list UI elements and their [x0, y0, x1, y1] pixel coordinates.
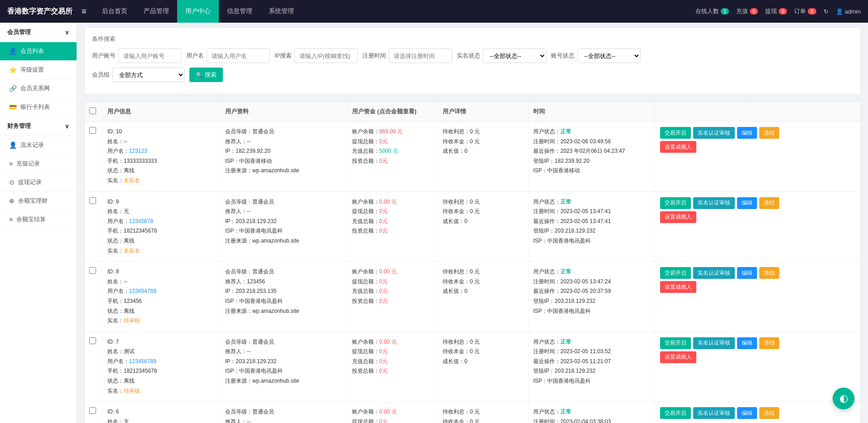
trade-open-button[interactable]: 交易开启: [660, 197, 691, 209]
member-group-select[interactable]: 全部方式: [112, 68, 185, 82]
real-name-review-button[interactable]: 实名认证审核: [693, 267, 735, 279]
edit-button[interactable]: 编辑: [737, 127, 757, 139]
real-name-review-button[interactable]: 实名认证审核: [693, 337, 735, 349]
table-row: ID: 6 姓名：无 用户名：123456 状态：离线 实名：未实名 会员等级：…: [85, 402, 860, 423]
time-cell: 用户状态：正常 注册时间：2023-02-05 13:47:41 最近操作：20…: [529, 192, 656, 262]
edit-button[interactable]: 编辑: [737, 267, 757, 279]
trade-open-button[interactable]: 交易开启: [660, 127, 691, 139]
trade-open-button[interactable]: 交易开启: [660, 267, 691, 279]
sidebar-item-yuebao-settlement[interactable]: ≡ 余额宝结算: [0, 210, 77, 229]
order-tool[interactable]: 订单 0: [794, 7, 816, 15]
search-panel: 条件搜索 用户账号 用户名 IP搜索 注册时间 实名状态 --全部状态--: [84, 27, 861, 94]
row-checkbox[interactable]: [89, 337, 96, 344]
refresh-tool[interactable]: ↻: [824, 8, 829, 15]
set-agent-button[interactable]: 设置成概人: [660, 351, 696, 363]
theme-toggle-button[interactable]: ◐: [833, 388, 854, 409]
set-agent-button[interactable]: 设置成概人: [660, 281, 696, 293]
account-status-field: 账号状态 --全部状态--: [551, 49, 641, 63]
username-link[interactable]: 123654789: [129, 288, 156, 294]
yuebao-settlement-icon: ≡: [9, 216, 13, 223]
user-data-cell: 会员等级：普通会员 推荐人：-- IP：203.218.129.232 ISP：…: [221, 332, 347, 402]
account-status-label: 账号状态: [551, 52, 574, 60]
sidebar-item-member-list[interactable]: 👤 会员列表: [0, 42, 77, 61]
row-checkbox[interactable]: [89, 197, 96, 204]
username-link[interactable]: 123123: [129, 148, 147, 154]
sidebar-item-flow-records[interactable]: 👤 流水记录: [0, 136, 77, 155]
online-users-tool[interactable]: 在线人数 1: [695, 7, 729, 15]
sidebar-item-yuebao-finance[interactable]: ⊕ 余额宝理财: [0, 192, 77, 210]
order-badge: 0: [808, 8, 816, 15]
chevron-down-icon: ∨: [65, 123, 69, 130]
freeze-button[interactable]: 冻结: [759, 407, 779, 419]
freeze-button[interactable]: 冻结: [759, 267, 779, 279]
withdraw-badge: 0: [779, 8, 787, 15]
real-name-review-button[interactable]: 实名认证审核: [693, 197, 735, 209]
real-name-review-button[interactable]: 实名认证审核: [693, 127, 735, 139]
time-cell: 用户状态：正常 注册时间：2023-02-05 11:03:52 最近操作：20…: [529, 332, 656, 402]
user-details-cell: 待收利息：0 元 待收本金：0 元 成长值：0: [438, 262, 529, 331]
sidebar-group-finance-management[interactable]: 财务管理 ∨: [0, 117, 77, 136]
row-checkbox[interactable]: [89, 267, 96, 274]
nav-product-management[interactable]: 产品管理: [135, 0, 177, 23]
sidebar-group-member-management[interactable]: 会员管理 ∨: [0, 23, 77, 42]
nav-system-management[interactable]: 系统管理: [260, 0, 302, 23]
freeze-button[interactable]: 冻结: [759, 337, 779, 349]
username-input[interactable]: [207, 49, 270, 63]
reg-time-input[interactable]: [389, 49, 452, 63]
edit-button[interactable]: 编辑: [737, 197, 757, 209]
real-name-status-select[interactable]: --全部状态--: [483, 49, 546, 63]
account-search-field: 用户账号: [92, 49, 182, 63]
nav-user-center[interactable]: 用户中心: [177, 0, 219, 23]
user-account-tool[interactable]: 👤 admin: [836, 8, 861, 15]
row-checkbox[interactable]: [89, 407, 96, 414]
username-link[interactable]: 123456789: [129, 358, 156, 365]
level-settings-icon: ⭐: [9, 66, 17, 73]
table-row: ID: 9 姓名：无 用户名：12345678 手机：18212345678 状…: [85, 192, 860, 262]
reg-time-field: 注册时间: [362, 49, 452, 63]
theme-icon: ◐: [839, 393, 848, 404]
search-icon: 🔍: [196, 72, 203, 78]
username-link[interactable]: 12345678: [129, 218, 153, 224]
member-network-icon: 🔗: [9, 85, 17, 92]
nav-links: 后台首页 产品管理 用户中心 信息管理 系统管理: [94, 0, 302, 23]
freeze-button[interactable]: 冻结: [759, 127, 779, 139]
nav-backend-home[interactable]: 后台首页: [94, 0, 135, 23]
select-all-checkbox[interactable]: [89, 107, 96, 114]
menu-toggle-icon[interactable]: ≡: [82, 7, 87, 16]
table-row: ID: 10 姓名：-- 用户名：123123 手机：13333333333 状…: [85, 122, 860, 192]
sidebar-item-bank-card-list[interactable]: 💳 银行卡列表: [0, 98, 77, 117]
row-checkbox[interactable]: [89, 127, 96, 134]
sidebar-item-withdraw-records[interactable]: ⊙ 提现记录: [0, 173, 77, 192]
freeze-button[interactable]: 冻结: [759, 197, 779, 209]
user-data-cell: 会员等级：普通会员 推荐人：--: [221, 402, 347, 423]
trade-open-button[interactable]: 交易开启: [660, 337, 691, 349]
user-info-cell: ID: 10 姓名：-- 用户名：123123 手机：13333333333 状…: [103, 122, 221, 191]
search-button[interactable]: 🔍 搜索: [189, 68, 223, 82]
col-time: 时间: [529, 102, 656, 121]
edit-button[interactable]: 编辑: [737, 337, 757, 349]
col-user-funds: 用户资金 (点击金额查看): [347, 102, 438, 121]
recharge-tool[interactable]: 充值 0: [736, 7, 758, 15]
trade-open-button[interactable]: 交易开启: [660, 407, 691, 419]
sidebar-item-member-network[interactable]: 🔗 会员关系网: [0, 79, 77, 98]
edit-button[interactable]: 编辑: [737, 407, 757, 419]
online-users-badge: 1: [721, 8, 729, 15]
nav-info-management[interactable]: 信息管理: [219, 0, 260, 23]
account-status-select[interactable]: --全部状态--: [577, 49, 641, 63]
real-name-status-field: 实名状态 --全部状态--: [457, 49, 546, 63]
set-agent-button[interactable]: 设置成概人: [660, 211, 696, 223]
actions-cell: 交易开启 实名认证审核 编辑 冻结 设置成概人: [656, 192, 860, 262]
user-funds-cell: 账户余额：0.00 元 提现总额：0元 充值总额：0元 投资总额：0元: [347, 402, 438, 423]
sidebar-item-level-settings[interactable]: ⭐ 等级设置: [0, 61, 77, 79]
flow-records-icon: 👤: [9, 141, 17, 149]
time-cell: 用户状态：正常 注册时间：2023-02-04 03:38:03: [529, 402, 656, 423]
sidebar-item-recharge-records[interactable]: ≡ 充值记录: [0, 155, 77, 173]
account-input[interactable]: [118, 49, 182, 63]
real-name-review-button[interactable]: 实名认证审核: [693, 407, 735, 419]
col-user-data: 用户资料: [221, 102, 347, 121]
user-info-cell: ID: 7 姓名：测试 用户名：123456789 手机：18212345678…: [103, 332, 221, 402]
withdraw-tool[interactable]: 提现 0: [765, 7, 787, 15]
ip-input[interactable]: [294, 49, 358, 63]
col-checkbox: [85, 102, 103, 121]
set-agent-button[interactable]: 设置成概人: [660, 141, 696, 153]
